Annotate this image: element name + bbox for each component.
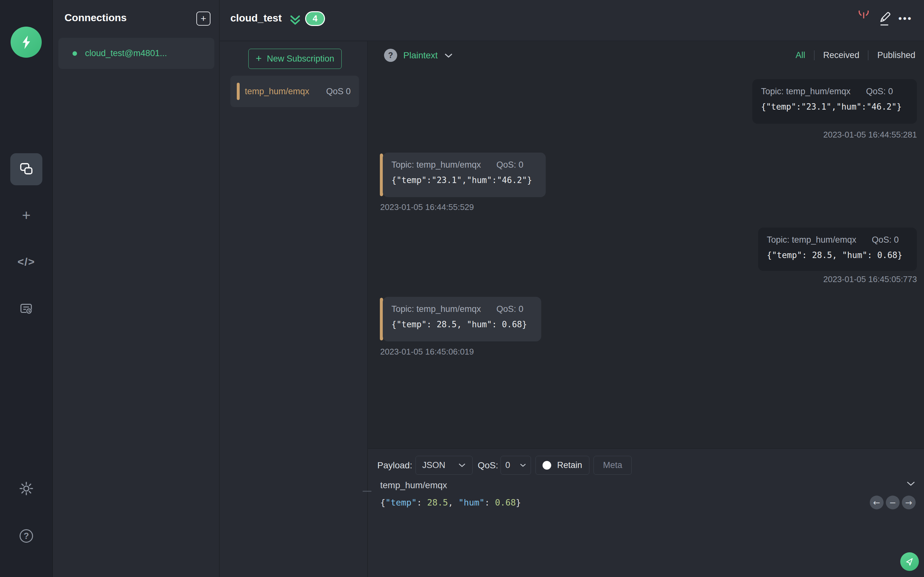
chevron-down-icon	[520, 463, 526, 467]
pencil-icon	[877, 11, 892, 26]
qos-label: QoS:	[478, 460, 498, 471]
message-format-dropdown[interactable]: Plaintext	[403, 50, 453, 61]
json-token-punct: :	[485, 498, 495, 508]
filter-all[interactable]: All	[796, 50, 805, 60]
json-token-punct: :	[417, 498, 427, 508]
message-topic: Topic: temp_hum/emqx	[391, 160, 481, 170]
message-timestamp: 2023-01-05 16:45:05:773	[823, 274, 917, 284]
filter-published[interactable]: Published	[877, 50, 915, 60]
sidebar-item-script[interactable]: </>	[0, 250, 53, 274]
message-topic: Topic: temp_hum/emqx	[391, 304, 481, 314]
message-payload: {"temp":"23.1","hum":"46.2"}	[761, 102, 908, 111]
json-token-key: "hum"	[459, 498, 485, 508]
subscription-qos: QoS 0	[326, 87, 351, 97]
message-timestamp: 2023-01-05 16:45:06:019	[380, 347, 474, 357]
qos-select[interactable]: 0	[501, 456, 531, 475]
disconnect-button[interactable]	[856, 11, 871, 26]
retain-label: Retain	[557, 460, 582, 470]
payload-format-value: JSON	[422, 460, 445, 470]
paper-plane-icon	[905, 556, 915, 567]
payload-format-select[interactable]: JSON	[415, 456, 473, 475]
subscription-item[interactable]: temp_hum/emqx QoS 0	[230, 76, 359, 107]
message-payload: {"temp":"23.1","hum":"46.2"}	[391, 175, 537, 185]
plus-icon: +	[22, 208, 31, 222]
add-connection-button[interactable]: +	[196, 11, 210, 26]
history-clear-button[interactable]: −	[886, 496, 900, 509]
json-token-punct: }	[516, 498, 521, 508]
connection-header: cloud_test 4 •••	[220, 0, 924, 41]
filter-divider	[868, 50, 869, 60]
connections-panel: Connections + cloud_test@m4801...	[53, 0, 220, 577]
sidebar-item-settings[interactable]	[0, 476, 53, 501]
gear-icon	[19, 481, 34, 496]
ellipsis-icon: •••	[898, 13, 913, 24]
message-qos: QoS: 0	[496, 160, 523, 170]
double-chevron-down-icon	[288, 14, 302, 27]
json-token-key: "temp"	[385, 498, 417, 508]
lightning-icon	[17, 33, 36, 52]
message-meta: Topic: temp_hum/emqx QoS: 0	[391, 160, 537, 170]
collapse-subscriptions-button[interactable]	[288, 14, 302, 29]
new-subscription-button[interactable]: + New Subscription	[248, 49, 342, 69]
sidebar-item-new-connection[interactable]: +	[0, 203, 53, 227]
message-topic: Topic: temp_hum/emqx	[761, 87, 851, 97]
message-meta: Topic: temp_hum/emqx QoS: 0	[767, 235, 908, 245]
sidebar-item-log[interactable]	[0, 297, 53, 321]
sidebar-item-help[interactable]: ?	[0, 524, 53, 548]
payload-label: Payload:	[377, 460, 412, 471]
publish-payload-editor[interactable]: {"temp": 28.5, "hum": 0.68}	[380, 498, 521, 508]
more-menu-button[interactable]: •••	[898, 11, 913, 26]
filter-received[interactable]: Received	[823, 50, 859, 60]
subscriptions-column: + New Subscription temp_hum/emqx QoS 0	[220, 41, 368, 577]
log-icon	[19, 301, 34, 316]
message-payload: {"temp": 28.5, "hum": 0.68}	[391, 319, 533, 329]
json-token-number: 0.68	[495, 498, 516, 508]
arrow-left-icon: ←	[873, 498, 880, 508]
history-prev-button[interactable]: ←	[870, 496, 884, 509]
message-bubble-published: Topic: temp_hum/emqx QoS: 0 {"temp":"23.…	[752, 79, 917, 124]
connection-list-item[interactable]: cloud_test@m4801...	[58, 38, 214, 69]
subscription-count-badge: 4	[305, 11, 325, 26]
edit-connection-button[interactable]	[877, 11, 892, 26]
retain-toggle[interactable]: Retain	[535, 456, 590, 475]
code-icon: </>	[17, 255, 35, 268]
minus-icon: −	[889, 498, 897, 508]
filter-divider	[814, 50, 814, 60]
message-bubble-body: Topic: temp_hum/emqx QoS: 0 {"temp": 28.…	[383, 297, 541, 342]
message-payload: {"temp": 28.5, "hum": 0.68}	[767, 250, 908, 260]
message-bubble-received: Topic: temp_hum/emqx QoS: 0 {"temp": 28.…	[380, 297, 541, 342]
collapse-publish-button[interactable]	[906, 481, 916, 488]
chevron-down-icon	[458, 463, 466, 468]
retain-dot-icon	[543, 461, 551, 470]
payload-format-help-icon[interactable]: ?	[384, 49, 397, 62]
subscription-color-bar	[237, 83, 240, 100]
json-token-number: 28.5	[427, 498, 448, 508]
plus-icon: +	[200, 13, 206, 24]
publish-topic-input[interactable]: temp_hum/emqx	[380, 480, 447, 490]
json-token-punct: {	[380, 498, 385, 508]
chevron-down-icon	[906, 481, 916, 487]
panel-resize-handle[interactable]	[363, 491, 372, 492]
message-bubble-body: Topic: temp_hum/emqx QoS: 0 {"temp":"23.…	[383, 153, 546, 197]
mqttx-window: + </> ?	[0, 0, 924, 577]
message-filter-tabs: All Received Published	[796, 50, 915, 60]
connection-title: cloud_test	[230, 12, 282, 24]
arrow-right-icon: →	[905, 498, 913, 508]
qos-value: 0	[505, 460, 510, 470]
message-bubble-published: Topic: temp_hum/emqx QoS: 0 {"temp": 28.…	[758, 227, 917, 271]
meta-label: Meta	[603, 460, 622, 470]
message-topic: Topic: temp_hum/emqx	[767, 235, 856, 245]
message-qos: QoS: 0	[496, 304, 523, 314]
help-icon: ?	[19, 529, 33, 543]
send-button[interactable]	[900, 552, 919, 571]
messages-area: ? Plaintext All Received Published Topic…	[368, 41, 924, 448]
connections-panel-title: Connections	[65, 12, 127, 24]
message-bubble-received: Topic: temp_hum/emqx QoS: 0 {"temp":"23.…	[380, 153, 546, 197]
history-next-button[interactable]: →	[902, 496, 916, 509]
sidebar-item-connections[interactable]	[10, 153, 42, 185]
meta-button[interactable]: Meta	[594, 456, 632, 475]
message-timestamp: 2023-01-05 16:44:55:529	[380, 202, 474, 212]
connections-icon	[18, 161, 35, 177]
new-subscription-label: New Subscription	[267, 54, 334, 64]
power-icon	[856, 11, 871, 27]
